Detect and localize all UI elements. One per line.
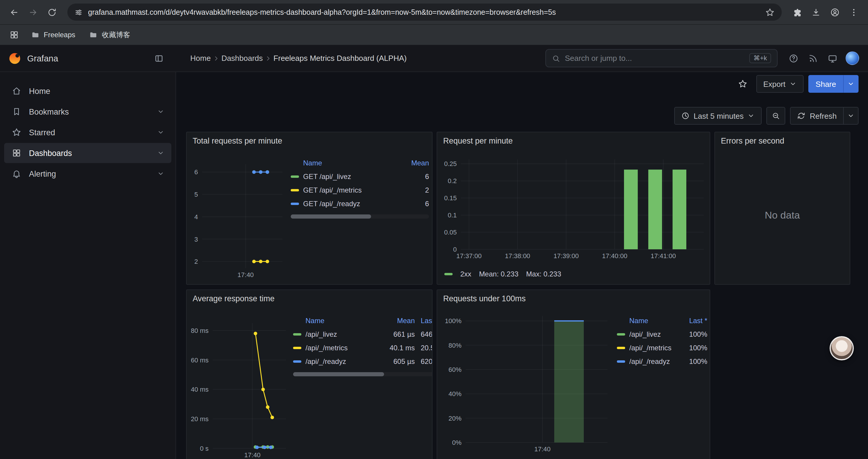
sidebar: Home Bookmarks Starred Dashboards Alerti…	[0, 72, 176, 459]
panel-title[interactable]: Errors per second	[721, 136, 784, 145]
svg-text:60 ms: 60 ms	[191, 357, 209, 364]
address-bar[interactable]: grafana.mathmast.com/d/deytv4rwavabkb/fr…	[67, 4, 782, 21]
search-placeholder: Search or jump to...	[565, 54, 632, 63]
downloads-icon[interactable]	[808, 4, 824, 21]
user-avatar[interactable]	[843, 49, 861, 67]
extensions-icon[interactable]	[789, 4, 805, 21]
chevron-right-icon	[265, 55, 272, 62]
help-icon[interactable]	[785, 49, 802, 67]
legend-row[interactable]: /api/_/readyz 100%	[617, 355, 707, 368]
time-controls: Last 5 minutes Refresh	[674, 106, 859, 125]
legend-row[interactable]: /api/_/metrics 100%	[617, 341, 707, 355]
site-settings-icon[interactable]	[74, 8, 83, 16]
breadcrumb-dashboards[interactable]: Dashboards	[221, 54, 262, 63]
legend-header-mean[interactable]: Mean	[399, 159, 429, 167]
sidebar-item-label: Alerting	[29, 169, 56, 178]
chevron-down-icon[interactable]	[157, 170, 164, 177]
search-icon	[552, 54, 560, 62]
export-button[interactable]: Export	[756, 75, 804, 93]
forward-button[interactable]	[25, 4, 41, 21]
svg-text:17:41:00: 17:41:00	[651, 252, 676, 260]
svg-text:100%: 100%	[445, 317, 462, 325]
chevron-down-icon[interactable]	[157, 129, 164, 136]
legend-row[interactable]: /api/_livez 100%	[617, 327, 707, 341]
refresh-button[interactable]: Refresh	[790, 107, 844, 125]
svg-text:17:40:00: 17:40:00	[602, 252, 627, 260]
chart-total-requests[interactable]: 6543217:40	[189, 160, 287, 279]
browser-profile-icon[interactable]	[827, 4, 843, 21]
legend-series-name[interactable]: 2xx	[460, 270, 471, 278]
reload-button[interactable]	[44, 4, 60, 21]
sidebar-item-alerting[interactable]: Alerting	[4, 164, 172, 184]
search-shortcut: ⌘+k	[749, 53, 771, 63]
legend-scrollbar[interactable]	[293, 372, 433, 376]
time-range-picker[interactable]: Last 5 minutes	[674, 107, 762, 125]
assistant-avatar[interactable]	[830, 336, 854, 360]
panel-title[interactable]: Average response time	[193, 294, 275, 303]
svg-text:20 ms: 20 ms	[191, 415, 209, 423]
zoom-out-button[interactable]	[767, 107, 785, 125]
chevron-down-icon[interactable]	[157, 108, 164, 115]
back-button[interactable]	[6, 4, 23, 21]
scrollbar-thumb[interactable]	[293, 372, 384, 376]
legend-header-name[interactable]: Name	[291, 159, 399, 167]
svg-text:17:38:00: 17:38:00	[505, 252, 530, 260]
bookmark-blogs[interactable]: 收藏博客	[84, 28, 135, 42]
legend-header-last[interactable]: Last *	[681, 316, 707, 325]
breadcrumb-home[interactable]: Home	[190, 54, 211, 63]
panel-title[interactable]: Total requests per minute	[193, 136, 282, 145]
svg-text:6: 6	[194, 168, 198, 176]
favorite-star-button[interactable]	[734, 75, 751, 93]
chart-average-response-time[interactable]: 80 ms60 ms40 ms20 ms0 s17:40	[188, 319, 291, 459]
legend-header-last[interactable]: Last *	[415, 316, 433, 325]
share-button[interactable]: Share	[809, 75, 843, 93]
refresh-icon	[797, 112, 806, 120]
brand-name: Grafana	[27, 54, 58, 63]
legend-header-mean[interactable]: Mean	[382, 316, 415, 325]
legend-row[interactable]: GET /api/_/readyz 6	[291, 197, 429, 210]
sidebar-item-dashboards[interactable]: Dashboards	[4, 143, 172, 163]
chevron-down-icon[interactable]	[157, 150, 164, 157]
svg-text:5: 5	[194, 191, 198, 198]
dock-menu-icon[interactable]	[150, 49, 168, 67]
series-color-chip	[291, 202, 299, 205]
scrollbar-thumb[interactable]	[291, 215, 371, 219]
browser-menu-icon[interactable]	[845, 4, 862, 21]
svg-text:0.1: 0.1	[447, 211, 457, 219]
legend-row[interactable]: GET /api/_/metrics 2	[291, 183, 429, 197]
legend-header-name[interactable]: Name	[617, 316, 681, 325]
bookmarks-bar: Freeleaps 收藏博客	[0, 24, 868, 45]
sidebar-item-label: Starred	[29, 128, 55, 137]
bell-icon	[12, 169, 21, 178]
sidebar-item-bookmarks[interactable]: Bookmarks	[4, 102, 172, 122]
refresh-interval-dropdown[interactable]	[844, 107, 859, 125]
legend-row[interactable]: /api/_livez 661 µs 646 µs	[293, 327, 433, 341]
grafana-app: Grafana Home Dashboards Freeleaps Metric…	[0, 45, 868, 459]
share-dropdown[interactable]	[843, 75, 859, 93]
home-icon	[12, 86, 21, 96]
legend-row[interactable]: /api/_/metrics 40.1 ms 20.5 ms	[293, 341, 433, 355]
legend-row[interactable]: GET /api/_livez 6	[291, 169, 429, 183]
svg-text:80 ms: 80 ms	[191, 327, 209, 334]
svg-text:40%: 40%	[448, 390, 462, 398]
apps-grid-icon[interactable]	[6, 27, 23, 43]
search-input[interactable]: Search or jump to... ⌘+k	[546, 49, 778, 67]
browser-toolbar: grafana.mathmast.com/d/deytv4rwavabkb/fr…	[0, 0, 868, 24]
svg-text:20%: 20%	[448, 415, 462, 422]
bookmark-star-icon[interactable]	[765, 7, 775, 17]
sidebar-item-starred[interactable]: Starred	[4, 122, 172, 142]
sidebar-item-home[interactable]: Home	[4, 81, 172, 101]
legend-header-name[interactable]: Name	[293, 316, 382, 325]
bookmark-freeleaps[interactable]: Freeleaps	[26, 28, 81, 41]
panel-title[interactable]: Requests under 100ms	[443, 294, 526, 303]
legend-row[interactable]: /api/_/readyz 605 µs 620 µs	[293, 355, 433, 368]
legend-scrollbar[interactable]	[291, 215, 429, 219]
news-rss-icon[interactable]	[804, 49, 822, 67]
display-icon[interactable]	[824, 49, 841, 67]
grafana-logo[interactable]	[8, 52, 21, 65]
chart-requests-under-100ms[interactable]: 100%80%60%40%20%0%17:40	[440, 311, 612, 453]
chevron-right-icon	[212, 55, 219, 62]
chart-request-per-minute[interactable]: 0.250.20.150.10.05017:37:0017:38:0017:39…	[440, 155, 709, 260]
svg-text:17:40: 17:40	[244, 451, 260, 459]
panel-title[interactable]: Request per minute	[443, 136, 513, 145]
